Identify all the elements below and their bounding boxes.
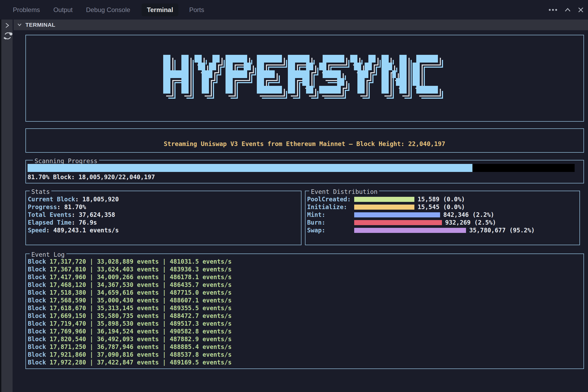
event-log-rows: Block 17,317,720 | 33,028,889 events | 4…: [28, 258, 232, 366]
logo-box: [25, 35, 584, 122]
tab-problems[interactable]: Problems: [9, 3, 44, 16]
distribution-bar: [354, 205, 414, 210]
banner-box: Streaming Uniswap V3 Events from Ethereu…: [25, 128, 584, 153]
log-row: Block 17,317,720 | 33,028,889 events | 4…: [28, 258, 232, 266]
log-row: Block 17,972,280 | 37,422,847 events | 4…: [28, 359, 232, 366]
panel-sidebar: [0, 20, 13, 392]
progress-label: 81.70% Block: 18,005,920/22,040,197: [28, 173, 155, 181]
log-row: Block 17,871,250 | 36,787,946 events | 4…: [28, 343, 232, 351]
terminal-section-header[interactable]: TERMINAL: [14, 20, 588, 30]
distribution-label: Swap:: [307, 226, 354, 234]
scanning-progress-title: Scanning Progress: [33, 157, 99, 164]
vscode-bottom-panel: ProblemsOutputDebug ConsoleTerminalPorts: [0, 0, 588, 392]
distribution-bar: [354, 220, 442, 225]
event-log-box: Event Log Block 17,317,720 | 33,028,889 …: [25, 253, 584, 369]
stats-title: Stats: [30, 188, 51, 195]
log-row: Block 17,618,670 | 35,313,145 events | 4…: [28, 304, 232, 312]
tab-debug-console[interactable]: Debug Console: [82, 3, 134, 16]
log-row: Block 17,367,810 | 33,624,403 events | 4…: [28, 266, 232, 273]
distribution-row: Mint:842,346 (2.2%): [307, 211, 578, 219]
distribution-bar: [354, 197, 414, 202]
chevron-down-icon: [17, 23, 22, 27]
more-actions-icon[interactable]: [548, 8, 558, 11]
panel-tabbar: ProblemsOutputDebug ConsoleTerminalPorts: [0, 0, 588, 20]
scanning-progress-box: Scanning Progress 81.70% Block: 18,005,9…: [25, 160, 584, 183]
sync-icon[interactable]: [3, 31, 13, 42]
stats-rows: Current Block: 18,005,920Progress: 81.70…: [28, 195, 119, 234]
distribution-rows: PoolCreated:15,589 (0.0%)Initialize:15,5…: [307, 195, 578, 234]
distribution-row: PoolCreated:15,589 (0.0%): [307, 195, 578, 203]
distribution-bar: [354, 228, 466, 233]
distribution-label: Initialize:: [307, 203, 354, 211]
distribution-value: 15,545 (0.0%): [418, 203, 465, 211]
maximize-panel-icon[interactable]: [564, 7, 571, 12]
stats-row: Speed: 489,243.1 events/s: [28, 226, 119, 234]
distribution-value: 35,780,677 (95.2%): [469, 226, 535, 234]
hypersync-ascii-art: [163, 55, 444, 100]
progress-bar-fill: [28, 164, 472, 172]
expand-chevron-icon[interactable]: [5, 22, 9, 29]
log-row: Block 17,921,860 | 37,090,816 events | 4…: [28, 351, 232, 359]
tab-ports[interactable]: Ports: [185, 3, 208, 16]
event-log-title: Event Log: [30, 251, 66, 258]
distribution-label: Burn:: [307, 219, 354, 226]
distribution-value: 842,346 (2.2%): [443, 211, 494, 219]
distribution-label: Mint:: [307, 211, 354, 219]
log-row: Block 17,669,150 | 35,580,735 events | 4…: [28, 312, 232, 320]
distribution-value: 932,269 (2.5%): [445, 219, 496, 226]
progress-bar-track: [28, 164, 575, 172]
event-distribution-title: Event Distribution: [309, 188, 379, 195]
banner-text: Streaming Uniswap V3 Events from Ethereu…: [164, 140, 445, 147]
stats-box: Stats Current Block: 18,005,920Progress:…: [25, 191, 301, 245]
distribution-value: 15,589 (0.0%): [418, 195, 465, 203]
distribution-row: Swap:35,780,677 (95.2%): [307, 226, 578, 234]
log-row: Block 17,468,120 | 34,367,530 events | 4…: [28, 281, 232, 289]
stats-row: Total Events: 37,624,358: [28, 211, 119, 219]
terminal-section-label: TERMINAL: [25, 22, 55, 28]
tab-output[interactable]: Output: [49, 3, 77, 16]
tab-terminal[interactable]: Terminal: [142, 3, 178, 16]
distribution-label: PoolCreated:: [307, 195, 354, 203]
event-distribution-box: Event Distribution PoolCreated:15,589 (0…: [305, 191, 580, 245]
stats-row: Progress: 81.70%: [28, 203, 119, 211]
distribution-bar: [354, 212, 440, 217]
distribution-row: Initialize:15,545 (0.0%): [307, 203, 578, 211]
close-panel-icon[interactable]: [578, 7, 584, 13]
panel-actions: [548, 0, 584, 20]
log-row: Block 17,769,960 | 36,194,524 events | 4…: [28, 328, 232, 335]
stats-row: Current Block: 18,005,920: [28, 195, 119, 203]
distribution-row: Burn:932,269 (2.5%): [307, 219, 578, 226]
log-row: Block 17,518,380 | 34,659,616 events | 4…: [28, 289, 232, 297]
log-row: Block 17,568,590 | 35,000,430 events | 4…: [28, 297, 232, 304]
stats-row: Elapsed Time: 76.9s: [28, 219, 119, 226]
log-row: Block 17,719,470 | 35,898,530 events | 4…: [28, 320, 232, 328]
log-row: Block 17,417,960 | 34,009,266 events | 4…: [28, 273, 232, 281]
log-row: Block 17,820,540 | 36,492,093 events | 4…: [28, 335, 232, 343]
